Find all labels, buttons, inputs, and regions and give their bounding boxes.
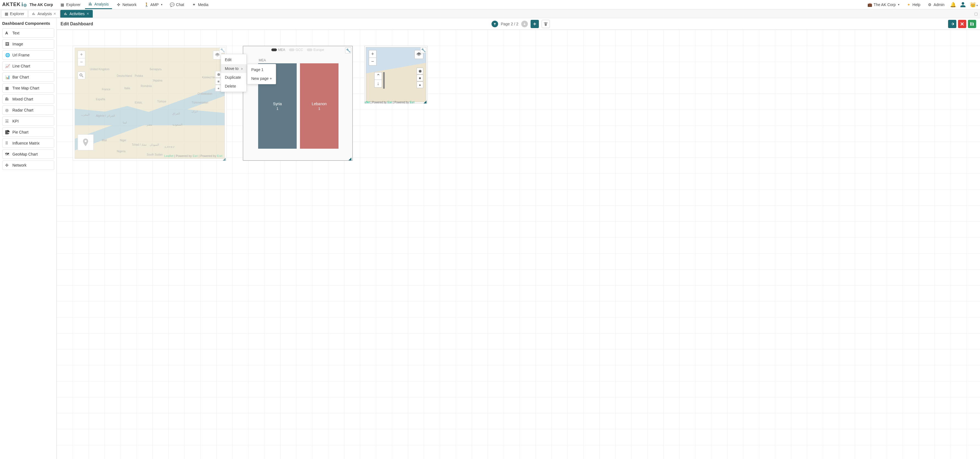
- component-influence-matrix[interactable]: ⠿ Influence Matrix: [2, 139, 54, 148]
- component-bar-chart[interactable]: 📊 Bar Chart: [2, 72, 54, 82]
- component-label: Pie Chart: [13, 130, 29, 134]
- treemap-cell-lebanon[interactable]: Lebanon 1: [300, 63, 339, 149]
- close-icon[interactable]: ✕: [53, 12, 56, 16]
- resize-handle[interactable]: ◢: [348, 156, 353, 161]
- help-label: Help: [913, 3, 921, 7]
- component-pie-chart[interactable]: Pie Chart: [2, 128, 54, 137]
- esri-link[interactable]: Esri: [192, 154, 198, 158]
- circle-tool-button[interactable]: ●: [417, 81, 423, 88]
- top-navbar: AKTEK i◎ The AK Corp ▦ Explorer Analysis…: [0, 0, 980, 10]
- esri-link[interactable]: Esri: [388, 101, 392, 104]
- dashboard-canvas[interactable]: United Kingdom France Deutschland España…: [57, 30, 980, 459]
- map-marker-placeholder[interactable]: [78, 134, 94, 150]
- chat-icon: 💬: [170, 3, 175, 7]
- map-country-label: السودان: [150, 143, 159, 146]
- widget-config-button[interactable]: 🔧: [220, 47, 225, 53]
- settings-button[interactable]: [948, 20, 956, 28]
- map-country-label: Nigeria: [117, 150, 126, 153]
- legend-item-mea[interactable]: MEA: [271, 48, 285, 52]
- collapse-up-button[interactable]: ⌃: [374, 72, 382, 80]
- map-country-label: ኢትዮጵያ: [165, 145, 175, 149]
- nav-analysis[interactable]: Analysis: [85, 0, 112, 9]
- widget-geomap-main[interactable]: United Kingdom France Deutschland España…: [73, 46, 227, 161]
- legend-item-europe[interactable]: Europe: [307, 48, 324, 52]
- component-image[interactable]: 🖼 Image: [2, 39, 54, 49]
- ctx-page-1[interactable]: Page 1: [247, 65, 276, 74]
- ctx-edit[interactable]: Edit: [221, 55, 246, 64]
- add-page-button[interactable]: [531, 20, 539, 28]
- leaflet-link[interactable]: aflet: [364, 101, 370, 104]
- save-button[interactable]: [968, 20, 976, 28]
- esri-link[interactable]: Esri: [217, 154, 223, 158]
- help-link[interactable]: ✦ Help: [905, 0, 922, 9]
- component-geomap-chart[interactable]: 🗺 GeoMap Chart: [2, 150, 54, 159]
- nav-amp[interactable]: 🚶 AMP ▾: [141, 0, 165, 9]
- component-network[interactable]: ✣ Network: [2, 161, 54, 170]
- nav-network[interactable]: ✣ Network: [113, 0, 140, 9]
- widget-geomap-small[interactable]: + − ⬟ ■ ● ⌃ ↓: [364, 46, 428, 104]
- help-icon: ✦: [907, 3, 911, 7]
- nav-chat[interactable]: 💬 Chat: [167, 0, 188, 9]
- tab-label: Activities: [69, 11, 84, 16]
- component-radar-chart[interactable]: ◎ Radar Chart: [2, 105, 54, 115]
- crown-menu[interactable]: 👑▾: [970, 2, 978, 8]
- nav-label: Analysis: [94, 2, 109, 6]
- map-country-label: Ελλάς: [135, 101, 142, 104]
- legend-label: Europe: [313, 48, 324, 52]
- ctx-move-to[interactable]: Move to ›: [221, 64, 246, 73]
- edit-title: Edit Dashboard: [60, 21, 93, 26]
- component-kpi[interactable]: ☵ KPI: [2, 116, 54, 126]
- map-search-button[interactable]: [78, 72, 85, 79]
- leaflet-link[interactable]: Leaflet: [164, 154, 173, 158]
- delete-page-button[interactable]: [542, 20, 550, 28]
- nav-explorer[interactable]: ▦ Explorer: [57, 0, 84, 9]
- notifications-button[interactable]: 🔔: [950, 2, 956, 8]
- pager-prev-button[interactable]: [492, 21, 498, 27]
- map-surface[interactable]: + − ⬟ ■ ● ⌃ ↓: [366, 47, 426, 102]
- ctx-new-page[interactable]: New page +: [247, 74, 276, 83]
- component-mixed-chart[interactable]: Mixed Chart: [2, 94, 54, 104]
- square-tool-button[interactable]: ■: [417, 75, 423, 81]
- zoom-in-button[interactable]: +: [78, 51, 85, 58]
- tab-strip: ▦ Explorer Analysis ✕ Activities ✕ ▢: [0, 10, 980, 18]
- expand-down-button[interactable]: ↓: [374, 80, 382, 88]
- move-to-submenu: Page 1 New page +: [247, 64, 276, 84]
- polygon-tool-button[interactable]: ⬟: [417, 68, 423, 74]
- component-tree-map-chart[interactable]: ▦ Tree Map Chart: [2, 83, 54, 93]
- maximize-icon[interactable]: ▢: [974, 11, 978, 16]
- corp-switcher[interactable]: 💼 The AK Corp ▾: [866, 0, 901, 9]
- widget-config-button[interactable]: 🔧: [345, 47, 351, 53]
- pie-chart-icon: [5, 130, 10, 134]
- resize-handle[interactable]: ◢: [223, 157, 227, 161]
- close-icon[interactable]: ✕: [86, 12, 89, 16]
- esri-link[interactable]: Esri: [410, 101, 414, 104]
- admin-link[interactable]: ⚙ Admin: [926, 0, 946, 9]
- map-surface[interactable]: United Kingdom France Deutschland España…: [75, 48, 225, 159]
- treemap-cell-name: Lebanon: [312, 102, 327, 106]
- chevron-down-icon: ▾: [898, 3, 899, 6]
- ctx-delete[interactable]: Delete: [221, 82, 246, 91]
- ctx-label: Duplicate: [225, 75, 241, 80]
- nav-label: Media: [198, 3, 208, 7]
- component-label: Network: [13, 163, 26, 167]
- cancel-button[interactable]: [958, 20, 966, 28]
- zoom-out-button[interactable]: −: [369, 58, 377, 65]
- tab-explorer[interactable]: ▦ Explorer: [1, 10, 28, 18]
- pager-indicator: Page 2 / 2: [501, 22, 519, 26]
- component-text[interactable]: A Text: [2, 29, 54, 38]
- legend-item-gcc[interactable]: GCC: [289, 48, 303, 52]
- widget-treemap-chart[interactable]: MEA GCC Europe MEA Syria 1: [243, 46, 353, 161]
- tab-analysis[interactable]: Analysis ✕: [29, 10, 60, 18]
- component-url-frame[interactable]: 🌐 Url Frame: [2, 50, 54, 60]
- legend-swatch: [271, 48, 277, 51]
- map-country-label: Беларусь: [150, 68, 162, 71]
- nav-media[interactable]: ⚭ Media: [189, 0, 212, 9]
- tab-activities[interactable]: Activities ✕: [60, 10, 92, 18]
- ctx-duplicate[interactable]: Duplicate: [221, 73, 246, 82]
- zoom-out-button[interactable]: −: [78, 58, 85, 66]
- widget-config-button[interactable]: 🔧: [420, 47, 426, 53]
- zoom-in-button[interactable]: +: [369, 50, 377, 58]
- component-line-chart[interactable]: 📈 Line Chart: [2, 61, 54, 71]
- ctx-label: Delete: [225, 84, 236, 88]
- user-profile-button[interactable]: [960, 2, 966, 8]
